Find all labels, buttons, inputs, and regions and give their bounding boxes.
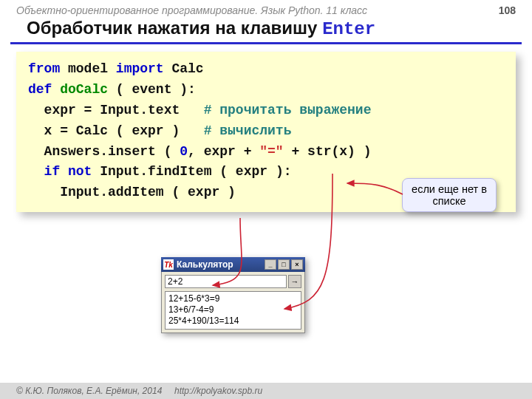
page-title: Обработчик нажатия на клавишу Enter	[10, 18, 522, 44]
go-button[interactable]: →	[288, 275, 301, 288]
footer: © К.Ю. Поляков, Е.А. Ерёмин, 2014 http:/…	[0, 383, 532, 399]
maximize-button[interactable]: □	[278, 259, 290, 270]
footer-url: http://kpolyakov.spb.ru	[174, 386, 262, 396]
window-titlebar: Tk Калькулятор _ □ ×	[161, 257, 305, 272]
list-item: 13+6/7-4=9	[168, 304, 298, 316]
tk-icon: Tk	[163, 259, 174, 270]
page-number: 108	[499, 4, 516, 16]
footer-authors: © К.Ю. Поляков, Е.А. Ерёмин, 2014	[16, 386, 162, 396]
minimize-button[interactable]: _	[265, 259, 276, 270]
window-title: Калькулятор	[177, 259, 233, 270]
window-body: → 12+15-6*3=9 13+6/7-4=9 25*4+190/13=114	[161, 272, 305, 333]
answers-list[interactable]: 12+15-6*3=9 13+6/7-4=9 25*4+190/13=114	[165, 291, 301, 330]
code-line-2: def doCalc ( event ):	[28, 80, 504, 100]
code-line-1: from model import Calc	[28, 59, 504, 80]
code-line-5: Answers.insert ( 0, expr + "=" + str(x) …	[28, 142, 504, 163]
expression-input[interactable]	[165, 275, 287, 288]
code-line-4: x = Calc ( expr ) # вычислить	[28, 121, 504, 142]
code-line-3: expr = Input.text # прочитать выражение	[28, 100, 504, 121]
course-title: Объектно-ориентированное программировани…	[16, 4, 367, 16]
header: Объектно-ориентированное программировани…	[0, 0, 532, 18]
callout-note: если еще нет в списке	[402, 178, 497, 212]
calculator-window: Tk Калькулятор _ □ × → 12+15-6*3=9 13+6/…	[161, 257, 305, 333]
close-button[interactable]: ×	[291, 259, 303, 270]
list-item: 25*4+190/13=114	[168, 316, 298, 327]
list-item: 12+15-6*3=9	[168, 293, 298, 304]
